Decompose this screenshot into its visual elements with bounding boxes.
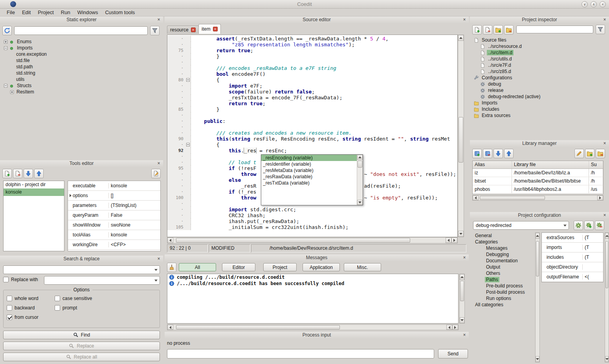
scroll-thumb[interactable]	[460, 281, 464, 301]
menu-file[interactable]: File	[3, 9, 18, 16]
filter-application[interactable]: Application	[303, 263, 340, 271]
expander-icon[interactable]	[4, 40, 7, 44]
tool-prop-workingdire[interactable]: workingDire<CFP>	[68, 240, 160, 250]
symbol-resitem[interactable]: ResItem	[2, 89, 161, 95]
code-line[interactable]: · public:	[167, 118, 457, 124]
tool-prop-showwindow[interactable]: showWindowswoNone	[68, 220, 160, 230]
code-line[interactable]: 92 this._res = resEnc;	[167, 148, 457, 154]
pencil-button[interactable]	[574, 149, 584, 158]
scroll-down-button[interactable]	[605, 356, 609, 362]
page-edit-button[interactable]	[151, 169, 161, 178]
folder-plus-button[interactable]	[493, 25, 503, 35]
project-node-configurations[interactable]: Configurations	[471, 75, 607, 81]
filter-editor[interactable]: Editor	[222, 263, 255, 271]
property-value[interactable]: <(	[583, 274, 603, 280]
scroll-up-button[interactable]	[458, 35, 464, 41]
symbol-core-exception[interactable]: core.exception	[2, 51, 161, 57]
folder-minus-button[interactable]	[504, 25, 514, 35]
code-line[interactable]: · ihash.put(_resRawData);	[167, 218, 457, 224]
filter-misc[interactable]: Misc.	[344, 263, 381, 271]
close-icon[interactable]: ×	[156, 17, 161, 23]
symbol-utils[interactable]: utils	[2, 76, 161, 82]
categories-vertical-scrollbar[interactable]	[535, 232, 540, 362]
project-node-includes[interactable]: Includes	[471, 106, 607, 112]
tab-resource[interactable]: resource×	[167, 26, 199, 34]
filter-options-button[interactable]	[150, 26, 160, 35]
symbol-std-file[interactable]: std.file	[2, 57, 161, 64]
code-line[interactable]: · scope(failure) return false;	[167, 89, 457, 95]
symbol-std-string[interactable]: std.string	[2, 70, 161, 76]
project-node-src-z85-d[interactable]: ../src/z85.d	[471, 68, 607, 75]
clear-messages-button[interactable]	[167, 263, 176, 272]
property-value[interactable]: (T	[583, 235, 603, 240]
close-icon[interactable]: ×	[602, 17, 607, 23]
project-node-src-utils-d[interactable]: ../src/utils.d	[471, 56, 607, 62]
scroll-left-button[interactable]	[167, 238, 173, 243]
close-icon[interactable]: ×	[156, 256, 161, 262]
scroll-right-button[interactable]	[597, 196, 603, 200]
arrow-up-button[interactable]	[34, 169, 44, 178]
editor-horizontal-scrollbar[interactable]	[167, 237, 458, 243]
tab-item[interactable]: item×	[198, 24, 221, 34]
folder-plus-button[interactable]	[585, 149, 594, 158]
expander-icon[interactable]	[4, 84, 7, 88]
fold-marker[interactable]	[185, 142, 191, 148]
fold-marker[interactable]	[185, 77, 191, 83]
scroll-right-button[interactable]	[452, 325, 458, 330]
config-category-documentation[interactable]: Documentation	[471, 258, 534, 264]
config-category-debugging[interactable]: Debugging	[471, 251, 534, 258]
column-header-alias[interactable]: Alias	[473, 161, 512, 168]
book-minus-button[interactable]	[483, 149, 492, 158]
messages-vertical-scrollbar[interactable]	[459, 274, 465, 324]
code-line[interactable]: · import std.digest.crc;	[167, 207, 457, 212]
page-plus-button[interactable]	[472, 25, 482, 35]
code-line[interactable]: · bool encodee7F()	[167, 71, 457, 77]
code-line[interactable]: 90 this(string resFile, ResEncoding resE…	[167, 136, 457, 142]
code-line[interactable]: · "z85 representation length mismatches"…	[167, 42, 457, 48]
symbol-structs[interactable]: Structs	[2, 82, 161, 89]
menu-edit[interactable]: Edit	[18, 9, 34, 16]
code-line[interactable]: ·	[167, 124, 457, 130]
gear-button[interactable]	[574, 221, 583, 230]
config-category-categories[interactable]: Categories	[471, 239, 534, 245]
message-row[interactable]: /.../build/resource.d.coedit has been su…	[167, 280, 458, 287]
code-line[interactable]: · {	[167, 142, 457, 148]
property-value[interactable]: konsole	[109, 183, 160, 188]
config-category-pre-build-process[interactable]: Pre-build process	[471, 283, 534, 289]
library-horizontal-scrollbar[interactable]	[472, 195, 603, 201]
scroll-thumb[interactable]	[176, 325, 340, 329]
symbol-std-path[interactable]: std.path	[2, 64, 161, 70]
code-line[interactable]: 105 _initialSum = crc322uint(ihash.finis…	[167, 224, 457, 230]
arrow-down-button[interactable]	[493, 149, 503, 158]
symbol-filter-input[interactable]	[14, 26, 148, 35]
find-button[interactable]: Find	[3, 331, 160, 339]
property-value[interactable]: (T	[583, 245, 603, 250]
search-term-combo[interactable]	[3, 265, 160, 274]
editor-vertical-scrollbar[interactable]	[458, 35, 464, 237]
code-line[interactable]: ·	[167, 112, 457, 118]
config-prop-extrasources[interactable]: extraSources(T	[542, 233, 603, 243]
filter-project[interactable]: Project	[263, 263, 297, 271]
property-value[interactable]: (TStringList)	[109, 203, 160, 208]
property-value[interactable]: []	[109, 193, 160, 198]
menu-project[interactable]: Project	[34, 9, 57, 16]
filter-all[interactable]: All	[179, 263, 216, 271]
code-line[interactable]: · import e7F;	[167, 83, 457, 89]
inspector-filter-input[interactable]	[516, 26, 593, 33]
close-tab-icon[interactable]: ×	[213, 27, 218, 31]
config-category-messages[interactable]: Messages	[471, 245, 534, 251]
message-row[interactable]: compiling /.../build/resource.d.coedit	[167, 274, 458, 280]
tool-prop-parameters[interactable]: parameters(TStringList)	[68, 201, 160, 210]
scroll-thumb[interactable]	[605, 241, 608, 288]
replace-all-button[interactable]: Replace all	[3, 353, 160, 361]
expander-icon[interactable]	[4, 46, 7, 50]
arrow-up-button[interactable]	[504, 149, 514, 158]
completion-item-resrawdata[interactable]: _resRawData (variable)	[261, 174, 357, 180]
scroll-left-button[interactable]	[167, 325, 173, 330]
code-line[interactable]: 75 return true;	[167, 48, 457, 53]
symbol-imports[interactable]: Imports	[2, 45, 161, 51]
inspector-filter-button[interactable]	[596, 25, 605, 34]
code-line[interactable]: · }	[167, 53, 457, 59]
close-icon[interactable]: ×	[602, 141, 607, 146]
config-category-others[interactable]: Others	[471, 270, 534, 276]
